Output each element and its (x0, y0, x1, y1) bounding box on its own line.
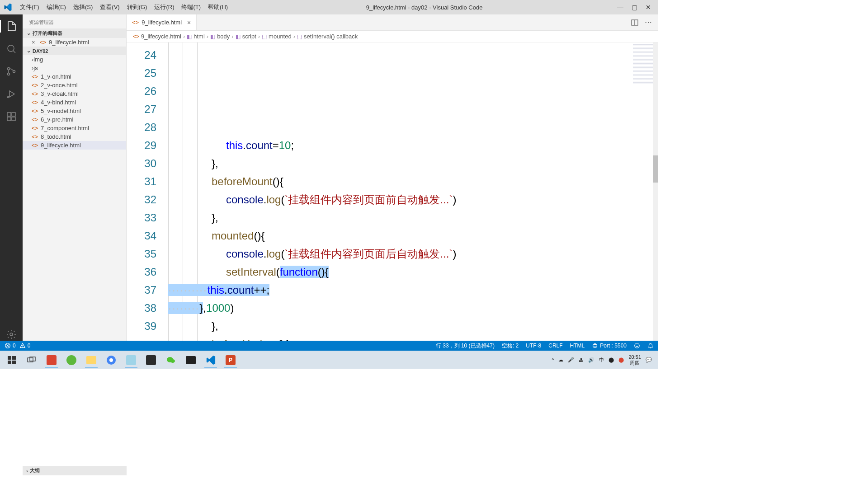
taskbar-app-3[interactable] (122, 352, 140, 368)
taskbar-app-1[interactable] (42, 352, 61, 368)
chevron-down-icon: ⌄ (25, 30, 32, 36)
file-item[interactable]: <>2_v-once.html (23, 81, 126, 89)
tab-label: 9_lifecycle.html (142, 19, 182, 26)
tray-network-icon[interactable]: 🖧 (579, 357, 584, 363)
menu-file[interactable]: 文件(F) (16, 3, 43, 11)
taskbar-file-explorer[interactable] (82, 352, 100, 368)
menu-help[interactable]: 帮助(H) (204, 3, 231, 11)
sidebar-explorer: 资源管理器 ⌄ 打开的编辑器 × <> 9_lifecycle.html ⌄ D… (23, 14, 127, 341)
activity-settings-icon[interactable] (5, 328, 18, 341)
status-encoding[interactable]: UTF-8 (526, 343, 541, 349)
close-icon[interactable]: × (32, 39, 39, 46)
window-title: 9_lifecycle.html - day02 - Visual Studio… (231, 4, 617, 11)
more-icon[interactable]: ⋯ (645, 18, 652, 27)
status-warnings[interactable]: 0 (19, 343, 31, 349)
menu-edit[interactable]: 编辑(E) (43, 3, 70, 11)
svg-point-0 (8, 45, 14, 52)
tray-icon[interactable]: ⬤ (609, 357, 614, 363)
activity-debug-icon[interactable] (5, 88, 18, 100)
breadcrumb-item[interactable]: ⬚mounted (262, 33, 292, 40)
file-item[interactable]: <>8_todo.html (23, 132, 126, 141)
method-icon: ⬚ (262, 33, 267, 40)
tray-chevron-icon[interactable]: ^ (552, 357, 554, 363)
file-item[interactable]: <>1_v-on.html (23, 72, 126, 81)
tab-active[interactable]: <> 9_lifecycle.html × (127, 14, 197, 30)
folder-label: js (33, 65, 38, 71)
activity-scm-icon[interactable] (5, 65, 18, 78)
file-item[interactable]: <>6_v-pre.html (23, 115, 126, 124)
symbol-icon: ◧ (210, 33, 215, 40)
code-content[interactable]: this.count=10;},beforeMount(){console.lo… (168, 42, 658, 341)
taskbar-chrome[interactable] (102, 352, 120, 368)
task-view-icon[interactable] (23, 352, 41, 368)
svg-rect-5 (7, 113, 11, 116)
html-file-icon: <> (32, 142, 38, 149)
close-icon[interactable]: × (187, 19, 191, 26)
status-eol[interactable]: CRLF (548, 343, 562, 349)
menu-goto[interactable]: 转到(G) (123, 3, 151, 11)
activity-search-icon[interactable] (5, 42, 18, 55)
taskbar-vscode[interactable] (202, 352, 220, 368)
vertical-scrollbar[interactable] (653, 42, 658, 341)
tray-mic-icon[interactable]: 🎤 (568, 357, 574, 363)
status-feedback-icon[interactable] (634, 343, 640, 349)
window-maximize-icon[interactable]: ▢ (632, 4, 637, 11)
status-bell-icon[interactable] (647, 343, 654, 349)
status-language[interactable]: HTML (570, 343, 585, 349)
menu-view[interactable]: 查看(V) (96, 3, 123, 11)
breadcrumb[interactable]: <>9_lifecycle.html›◧html›◧body›◧script›⬚… (127, 31, 658, 42)
activity-extensions-icon[interactable] (5, 110, 18, 123)
folder-item[interactable]: ›img (23, 55, 126, 64)
svg-rect-17 (12, 361, 16, 364)
taskbar-wechat[interactable] (162, 352, 180, 368)
tray-cloud-icon[interactable]: ☁ (558, 357, 563, 363)
breadcrumb-item[interactable]: ◧script (236, 33, 256, 40)
symbol-icon: ◧ (236, 33, 241, 40)
status-cursor[interactable]: 行 33，列 10 (已选择47) (436, 342, 495, 350)
taskbar-clock[interactable]: 20:51 周四 (628, 354, 641, 366)
sidebar-title: 资源管理器 (23, 14, 126, 28)
file-item[interactable]: <>7_component.html (23, 124, 126, 132)
open-editor-item[interactable]: × <> 9_lifecycle.html (23, 38, 126, 47)
file-label: 4_v-bind.html (41, 99, 76, 106)
file-label: 3_v-cloak.html (41, 90, 79, 97)
window-close-icon[interactable]: ✕ (646, 4, 651, 11)
html-file-icon: <> (32, 108, 38, 114)
notification-center-icon[interactable]: 💬 (646, 357, 652, 363)
taskbar-powerpoint[interactable]: P (222, 352, 240, 368)
tray-volume-icon[interactable]: 🔊 (588, 357, 594, 363)
window-minimize-icon[interactable]: ― (617, 4, 623, 11)
status-errors[interactable]: 0 (5, 343, 16, 349)
tray-ime-icon[interactable]: 中 (599, 357, 604, 363)
breadcrumb-item[interactable]: ◧body (210, 33, 230, 40)
folder-item[interactable]: ›js (23, 64, 126, 72)
breadcrumb-item[interactable]: ◧html (187, 33, 205, 40)
status-spaces[interactable]: 空格: 2 (502, 342, 519, 350)
file-item[interactable]: <>5_v-model.html (23, 107, 126, 115)
tray-icon[interactable]: ⬤ (618, 357, 624, 363)
section-open-editors[interactable]: ⌄ 打开的编辑器 (23, 28, 126, 38)
file-item[interactable]: <>4_v-bind.html (23, 98, 126, 107)
file-item[interactable]: <>9_lifecycle.html (23, 141, 126, 150)
menu-select[interactable]: 选择(S) (70, 3, 96, 11)
code-editor[interactable]: 24252627282930313233343536373839 this.co… (127, 42, 658, 341)
breadcrumb-item[interactable]: ⬚setInterval() callback (297, 33, 358, 40)
html-file-icon: <> (132, 19, 139, 26)
minimap[interactable] (633, 44, 653, 85)
html-file-icon: <> (32, 99, 38, 106)
menu-terminal[interactable]: 终端(T) (178, 3, 204, 11)
status-port[interactable]: Port : 5500 (592, 343, 627, 349)
section-workspace[interactable]: ⌄ DAY02 (23, 47, 126, 55)
taskbar-app-2[interactable] (62, 352, 80, 368)
file-item[interactable]: <>3_v-cloak.html (23, 89, 126, 98)
split-editor-icon[interactable] (631, 19, 638, 26)
workspace-label: DAY02 (33, 48, 48, 54)
breadcrumb-item[interactable]: <>9_lifecycle.html (133, 33, 181, 40)
svg-point-4 (8, 97, 9, 98)
scrollbar-thumb[interactable] (653, 155, 658, 183)
taskbar-terminal[interactable] (182, 352, 200, 368)
activity-explorer-icon[interactable] (0, 20, 23, 33)
menu-run[interactable]: 运行(R) (151, 3, 178, 11)
start-button[interactable] (3, 352, 21, 368)
taskbar-app-4[interactable] (142, 352, 160, 368)
